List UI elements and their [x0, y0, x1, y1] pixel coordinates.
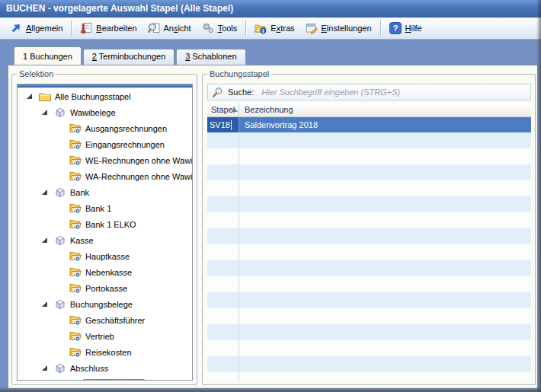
search-bar[interactable]: Suche: Hier Suchbegriff eingeben (STRG+S… [207, 84, 531, 100]
svg-text:?: ? [392, 24, 398, 33]
grid-header-row: StapelBezeichnung [207, 103, 531, 117]
tree-item-hauptkasse[interactable]: Hauptkasse [18, 248, 192, 264]
grid-empty-row [207, 228, 531, 244]
folder-gear-icon [69, 123, 83, 134]
toolbar-button-label: Ansicht [164, 24, 191, 33]
tree-item-alle-buchungsstapel[interactable]: Alle Buchungsstapel [18, 88, 192, 104]
empty-cell [239, 356, 531, 372]
grid-empty-row [207, 340, 531, 356]
sort-ascending-icon [232, 108, 238, 112]
empty-cell [239, 228, 531, 244]
toolbar-separator [245, 21, 246, 36]
tree-item-wa-rechnungen-ohne-wawi[interactable]: WA-Rechnungen ohne Wawi [18, 168, 192, 184]
expand-collapse-toggle[interactable] [42, 365, 54, 371]
empty-cell [239, 148, 531, 164]
toolbar-button-ansicht[interactable]: Ansicht [142, 21, 197, 36]
tab-3-schablonen[interactable]: 3 Schablonen [176, 49, 245, 65]
tree-item-kasse[interactable]: Kasse [18, 232, 192, 248]
empty-cell [207, 228, 239, 244]
empty-cell [239, 276, 531, 292]
empty-cell [239, 308, 531, 324]
app-window: BUCHEN - vorgelagerte Auswahl Stapel (Al… [0, 0, 541, 392]
tree-item-label: Saldenvorträge [83, 379, 145, 381]
grid-empty-row [207, 292, 531, 308]
expanded-triangle-icon [42, 190, 47, 195]
edit-tool-icon [80, 22, 92, 34]
empty-cell [207, 276, 239, 292]
expand-collapse-toggle[interactable] [42, 301, 54, 307]
empty-cell [207, 292, 239, 308]
expand-collapse-toggle[interactable] [27, 94, 39, 99]
expand-collapse-toggle[interactable] [42, 237, 54, 243]
tree-item-abschluss[interactable]: Abschluss [18, 360, 192, 376]
window-title: BUCHEN - vorgelagerte Auswahl Stapel (Al… [6, 3, 233, 14]
empty-cell [207, 180, 239, 196]
tree-item-wawibelege[interactable]: Wawibelege [18, 104, 192, 120]
empty-cell [239, 372, 531, 381]
tree-item-label: Vertrieb [83, 331, 117, 342]
tab-1-buchungen[interactable]: 1 Buchungen [14, 46, 82, 65]
empty-cell [207, 148, 239, 164]
magnifier-doc-icon [148, 22, 160, 34]
grid-empty-row [207, 164, 531, 180]
empty-cell [207, 356, 239, 372]
empty-cell [239, 180, 531, 196]
tree-item-ausgangsrechnungen[interactable]: Ausgangsrechnungen [18, 120, 192, 136]
column-header-stapel[interactable]: Stapel [207, 103, 239, 116]
expanded-triangle-icon [42, 237, 47, 243]
tree-item-label: Kasse [68, 235, 96, 246]
expanded-triangle-icon [42, 110, 47, 115]
cell-stapel[interactable]: SV18 [207, 117, 239, 132]
tree-item-we-rechnungen-ohne-wawi[interactable]: WE-Rechnungen ohne Wawi [18, 152, 192, 168]
empty-cell [207, 340, 239, 356]
tree-item-label: Alle Buchungsstapel [53, 91, 133, 102]
cube-icon [54, 234, 68, 247]
arrow-ne-icon [10, 22, 22, 34]
tree-item-eingangsrechnungen[interactable]: Eingangsrechnungen [18, 136, 192, 152]
column-header-bezeichnung[interactable]: Bezeichnung [239, 103, 531, 116]
tree-item-portokasse[interactable]: Portokasse [18, 280, 192, 296]
tree-item-nebenkasse[interactable]: Nebenkasse [18, 264, 192, 280]
tree-item-bank[interactable]: Bank [18, 184, 192, 200]
toolbar-button-label: Tools [218, 24, 238, 33]
folder-gear-icon [69, 218, 83, 230]
folder-gear-icon [69, 155, 83, 166]
empty-cell [239, 292, 531, 308]
tree-item-gesch-ftsf-hrer[interactable]: Geschäftsführer [18, 312, 192, 328]
cube-icon [54, 298, 68, 311]
tree-item-label: Geschäftsführer [83, 315, 147, 326]
tree-item-bank-1[interactable]: Bank 1 [18, 200, 192, 216]
empty-cell [207, 372, 239, 381]
expand-collapse-toggle[interactable] [42, 190, 54, 195]
toolbar-button-hilfe[interactable]: ?Hilfe [384, 21, 427, 36]
folder-info-icon [254, 22, 267, 34]
cell-stapel-value: SV18 [210, 120, 230, 129]
toolbar-button-extras[interactable]: Extras [249, 21, 299, 36]
empty-cell [207, 164, 239, 180]
toolbar-button-einstellungen[interactable]: Einstellungen [300, 21, 377, 36]
folder-gear-icon [69, 330, 83, 342]
toolbar-button-allgemein[interactable]: Allgemein [5, 21, 68, 36]
grid-empty-row [207, 244, 531, 260]
expand-collapse-toggle[interactable] [42, 110, 54, 115]
grid-row-sv18[interactable]: SV18Saldenvortrag 2018 [207, 117, 531, 132]
cell-bezeichnung[interactable]: Saldenvortrag 2018 [239, 117, 531, 132]
tab-2-terminbuchungen[interactable]: 2 Terminbuchungen [83, 49, 174, 65]
tree-item-vertrieb[interactable]: Vertrieb [18, 328, 192, 344]
folder-gear-icon [69, 139, 83, 150]
tree-item-saldenvortr-ge[interactable]: Saldenvorträge [18, 376, 192, 381]
tree-item-buchungsbelege[interactable]: Buchungsbelege [18, 296, 192, 312]
folder-gear-icon [69, 250, 83, 262]
toolbar-button-bearbeiten[interactable]: Bearbeiten [75, 21, 142, 36]
search-input[interactable]: Hier Suchbegriff eingeben (STRG+S) [261, 88, 527, 97]
grid-empty-row [207, 196, 531, 212]
search-label: Suche: [228, 88, 254, 97]
tree-item-bank-1-elko[interactable]: Bank 1 ELKO [18, 216, 192, 232]
toolbar-separator [380, 21, 381, 36]
form-pencil-icon [306, 22, 318, 34]
toolbar-button-tools[interactable]: Tools [197, 21, 243, 36]
grid-empty-row [207, 372, 531, 381]
tree-item-label: Abschluss [68, 363, 110, 374]
tree-item-reisekosten[interactable]: Reisekosten [18, 344, 192, 360]
empty-cell [207, 212, 239, 228]
